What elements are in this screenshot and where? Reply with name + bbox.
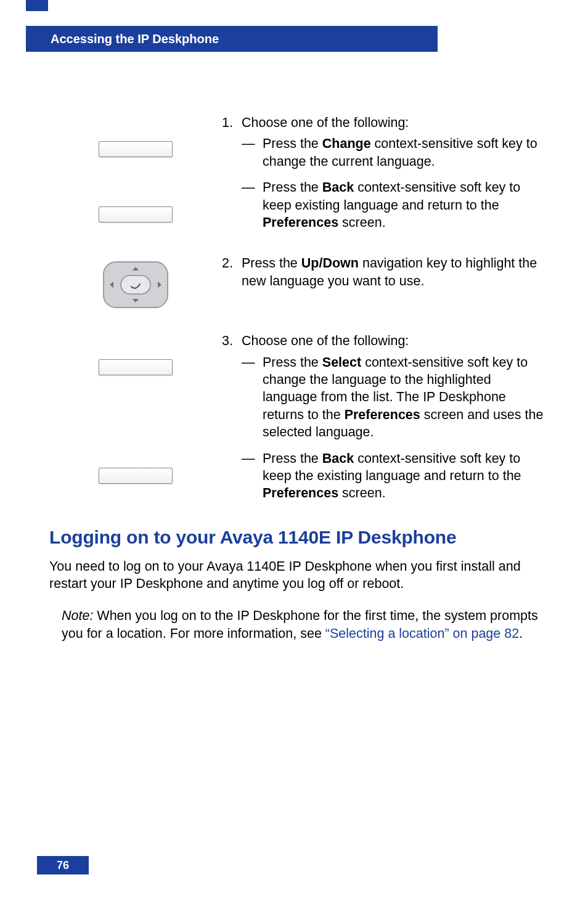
step-1-text: 1.Choose one of the following: — Press t… [222,114,545,231]
step-1-row: 1.Choose one of the following: — Press t… [49,114,545,231]
step-1-item-a-text: Press the Change context-sensitive soft … [263,135,545,170]
page-number-text: 76 [57,859,69,872]
step-2-text: 2.Press the Up/Down navigation key to hi… [222,255,545,290]
note-link[interactable]: “Selecting a location” on page 82 [325,626,519,641]
step-2-icons [49,255,222,309]
dash-icon: — [242,179,263,231]
step-1-number: 1. [222,114,242,131]
step-1-icons [49,114,222,222]
page-number: 76 [37,856,89,874]
back-softkey-icon [99,206,173,222]
step-3-number: 3. [222,332,242,349]
header-left-notch [26,0,48,11]
back-softkey-icon [99,468,173,484]
step-3-icons [49,332,222,484]
step-2-body: Press the Up/Down navigation key to high… [242,255,542,290]
dash-icon: — [242,450,263,502]
step-1-lead: Choose one of the following: [242,114,542,131]
navigation-key-icon [102,261,169,309]
page-header-bar: Accessing the IP Deskphone [26,26,438,52]
step-2-number: 2. [222,255,242,272]
select-softkey-icon [99,359,173,375]
note-tail: . [519,626,523,641]
intro-paragraph: You need to log on to your Avaya 1140E I… [49,558,545,593]
step-1-item-a: — Press the Change context-sensitive sof… [222,135,545,170]
change-softkey-icon [99,141,173,157]
step-1-item-b: — Press the Back context-sensitive soft … [222,179,545,231]
step-3-item-b: — Press the Back context-sensitive soft … [222,450,545,502]
step-3-text: 3.Choose one of the following: — Press t… [222,332,545,502]
section-heading-logging-on: Logging on to your Avaya 1140E IP Deskph… [49,527,545,548]
step-3-item-b-text: Press the Back context-sensitive soft ke… [263,450,545,502]
step-3-item-a-text: Press the Select context-sensitive soft … [263,354,545,441]
svg-rect-1 [121,275,150,294]
step-1-item-b-text: Press the Back context-sensitive soft ke… [263,179,545,231]
note-label: Note: [62,608,93,623]
note-block: Note: When you log on to the IP Deskphon… [49,607,545,642]
step-2-row: 2.Press the Up/Down navigation key to hi… [49,255,545,309]
step-3-lead: Choose one of the following: [242,332,542,349]
dash-icon: — [242,135,263,170]
dash-icon: — [242,354,263,441]
step-3-row: 3.Choose one of the following: — Press t… [49,332,545,502]
page-content: 1.Choose one of the following: — Press t… [49,114,545,642]
step-3-item-a: — Press the Select context-sensitive sof… [222,354,545,441]
page-header-title: Accessing the IP Deskphone [51,32,219,46]
